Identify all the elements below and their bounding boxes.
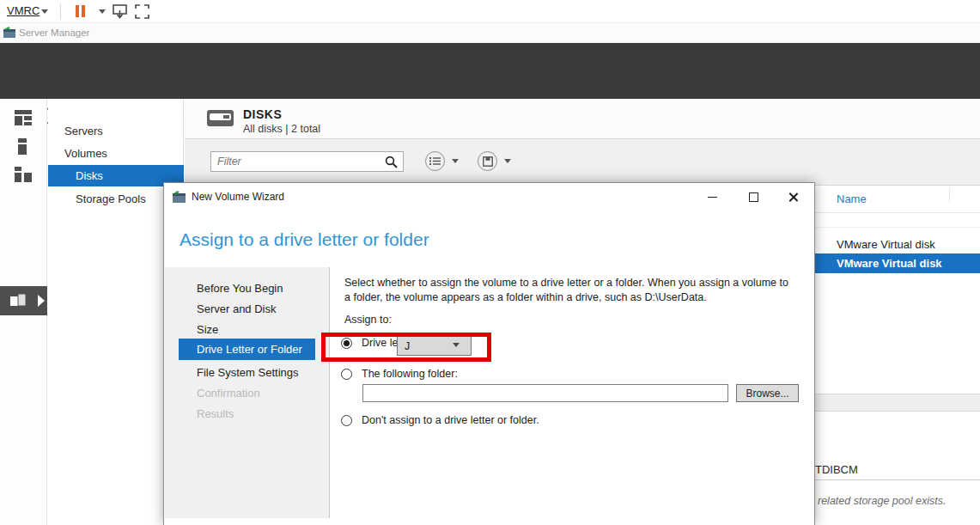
pause-icon[interactable]: [76, 5, 79, 17]
wizard-step-drive-letter-label: Drive Letter or Folder: [197, 343, 302, 356]
list-view-button[interactable]: [425, 151, 445, 171]
radio-folder[interactable]: [341, 369, 352, 380]
sidebar-item-file-storage-services[interactable]: [0, 286, 47, 315]
maximize-icon: [749, 192, 758, 202]
vmrc-menu-caret-icon[interactable]: [41, 9, 48, 14]
pause-icon[interactable]: [82, 5, 85, 17]
minimize-button[interactable]: [700, 188, 724, 205]
radio-no-assign-label[interactable]: Don't assign to a drive letter or folder…: [362, 414, 539, 426]
server-manager-icon: [173, 191, 186, 203]
sidebar-item-disks-label: Disks: [76, 169, 103, 182]
panel-title: DISKS: [243, 107, 282, 121]
radio-folder-label[interactable]: The following folder:: [362, 368, 458, 380]
wizard-heading: Assign to a drive letter or folder: [180, 229, 429, 250]
tasks-button[interactable]: [478, 151, 497, 171]
list-view-icon: [429, 156, 441, 166]
fullscreen-icon[interactable]: [134, 3, 150, 20]
sidebar-item-servers[interactable]: Servers: [64, 125, 103, 137]
wizard-step-before-you-begin[interactable]: Before You Begin: [197, 282, 283, 295]
vm-window-title: Server Manager: [19, 27, 89, 38]
local-server-icon[interactable]: [18, 138, 27, 155]
storage-pool-note: related storage pool exists.: [818, 495, 946, 507]
save-icon: [483, 156, 493, 167]
server-manager-icon: [3, 27, 16, 39]
flyout-arrow-icon: [38, 295, 45, 307]
disk-row[interactable]: VMware Virtual disk: [837, 238, 935, 251]
folder-path-input[interactable]: [362, 384, 728, 402]
minimize-icon: [708, 197, 717, 198]
disk-row-selected-label: VMware Virtual disk: [837, 257, 942, 270]
toolbar-divider: [60, 3, 61, 20]
left-icon-strip: [0, 99, 47, 525]
vmrc-menu-label: VMRC: [7, 4, 40, 17]
filter-input[interactable]: [210, 151, 404, 172]
new-volume-wizard-dialog: New Volume Wizard Assign to a drive lett…: [163, 182, 815, 525]
browse-button[interactable]: Browse...: [736, 384, 799, 402]
server-name-partial: TDIBCM: [815, 463, 858, 476]
disk-icon: [206, 107, 235, 131]
wizard-description: Select whether to assign the volume to a…: [344, 276, 791, 305]
wizard-title: New Volume Wizard: [192, 191, 284, 203]
file-storage-services-icon: [10, 294, 29, 308]
search-icon[interactable]: [385, 156, 399, 169]
sidebar-item-storage-pools[interactable]: Storage Pools: [76, 192, 146, 205]
vm-window-titlebar: Server Manager: [0, 23, 980, 43]
maximize-button[interactable]: [741, 188, 765, 205]
vmrc-menu-button[interactable]: VMRC: [7, 4, 40, 17]
list-view-caret-icon[interactable]: [452, 159, 459, 163]
close-button[interactable]: [781, 188, 805, 205]
pause-caret-icon[interactable]: [99, 9, 106, 14]
assign-to-label: Assign to:: [344, 314, 392, 326]
wizard-step-server-and-disk[interactable]: Server and Disk: [197, 302, 276, 315]
wizard-step-results: Results: [197, 407, 234, 420]
wizard-step-confirmation: Confirmation: [197, 387, 260, 400]
panel-subtitle: All disks | 2 total: [243, 123, 320, 135]
vmrc-toolbar: VMRC: [0, 0, 980, 23]
close-icon: [788, 192, 799, 203]
screen: VMRC Server Manager ← → Server Manager F…: [0, 0, 980, 525]
tasks-caret-icon[interactable]: [504, 159, 511, 163]
column-divider[interactable]: [949, 188, 950, 202]
grab-input-icon[interactable]: [112, 3, 129, 20]
sidebar-item-volumes[interactable]: Volumes: [64, 147, 107, 160]
wizard-titlebar[interactable]: New Volume Wizard: [164, 183, 814, 210]
all-servers-icon[interactable]: [15, 167, 32, 182]
radio-no-assign[interactable]: [341, 415, 352, 426]
breadcrumb-bar: ← → Server Manager File and Storage Serv…: [0, 43, 980, 99]
wizard-step-size[interactable]: Size: [197, 323, 218, 336]
wizard-step-file-system-settings[interactable]: File System Settings: [197, 366, 299, 379]
annotation-highlight-box: [321, 333, 491, 362]
dashboard-icon[interactable]: [15, 110, 32, 125]
column-header-name[interactable]: Name: [837, 192, 867, 205]
